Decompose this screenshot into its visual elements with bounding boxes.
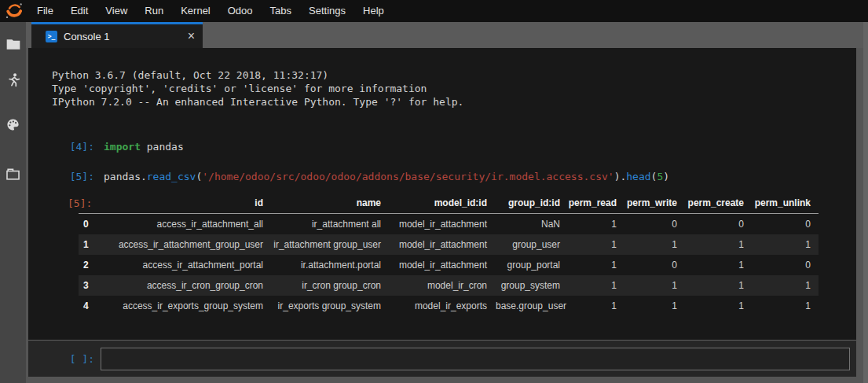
- row-index: 2: [79, 255, 94, 275]
- column-header: id: [94, 194, 271, 214]
- menu-items: FileEditViewRunKernelOdooTabsSettingsHel…: [28, 0, 393, 22]
- table-cell: access_ir_attachment_group_user: [94, 234, 271, 255]
- table-cell: 0: [752, 214, 819, 234]
- folder-icon: [5, 37, 21, 51]
- code-token: pandas: [104, 171, 141, 182]
- running-person-icon: [6, 72, 20, 90]
- table-cell: 0: [752, 255, 819, 275]
- table-cell: 1: [624, 296, 685, 316]
- table-cell: model_ir_attachment: [389, 234, 495, 255]
- table-cell: 0: [624, 255, 685, 275]
- banner-line: IPython 7.2.0 -- An enhanced Interactive…: [52, 95, 856, 109]
- code-token: read_csv: [147, 171, 196, 182]
- table-cell: group_system: [495, 275, 568, 296]
- code-token: ): [663, 171, 669, 182]
- table-cell: access_ir_attachment_portal: [94, 255, 271, 275]
- output-prompt: [5]:: [68, 197, 92, 209]
- palette-icon: [5, 117, 20, 132]
- code-line: import pandas: [104, 140, 184, 153]
- console-log: Python 3.6.7 (default, Oct 22 2018, 11:3…: [28, 48, 856, 340]
- table-cell: 1: [685, 255, 752, 275]
- row-index: 3: [79, 275, 94, 296]
- table-cell: 1: [568, 296, 624, 316]
- table-cell: 1: [752, 296, 819, 316]
- banner-line: Type 'copyright', 'credits' or 'license'…: [52, 82, 856, 95]
- table-cell: 1: [568, 214, 624, 234]
- tab-label: Console 1: [64, 31, 181, 42]
- menu-item-kernel[interactable]: Kernel: [172, 0, 219, 22]
- console-input[interactable]: [101, 348, 850, 370]
- table-cell: ir_attachment all: [271, 214, 389, 234]
- jupyter-logo-icon: [0, 0, 28, 22]
- menu-item-settings[interactable]: Settings: [300, 0, 354, 22]
- column-header: model_id:id: [389, 194, 495, 214]
- table-cell: 1: [752, 275, 819, 296]
- table-cell: access_ir_attachment_all: [94, 214, 271, 234]
- banner-line: Python 3.6.7 (default, Oct 22 2018, 11:3…: [52, 68, 856, 82]
- table-cell: ir_cron group_cron: [271, 275, 389, 296]
- menu-item-run[interactable]: Run: [136, 0, 172, 22]
- code-token: '/home/odoo/src/odoo/odoo/addons/base/se…: [202, 171, 613, 182]
- code-token: pandas: [141, 141, 184, 153]
- input-prompt: [5]:: [52, 170, 94, 183]
- table-cell: ir_exports group_system: [271, 296, 389, 316]
- left-sidebar: [0, 22, 26, 383]
- tabs-icon: [5, 168, 20, 181]
- table-cell: 1: [568, 255, 624, 275]
- column-header: name: [271, 194, 389, 214]
- column-header: perm_read: [568, 194, 624, 214]
- table-cell: NaN: [495, 214, 568, 234]
- code-line: pandas.read_csv('/home/odoo/src/odoo/odo…: [104, 170, 669, 183]
- console-input-area: [ ]:: [28, 340, 856, 377]
- sidebar-tab-tabs[interactable]: [0, 164, 26, 183]
- table-cell: 1: [685, 296, 752, 316]
- close-icon[interactable]: ×: [188, 30, 195, 42]
- menu-item-view[interactable]: View: [97, 0, 136, 22]
- table-row: 3access_ir_cron_group_cronir_cron group_…: [79, 275, 819, 296]
- window-right-edge: [863, 22, 868, 383]
- dataframe-table: idnamemodel_id:idgroup_id:idperm_readper…: [79, 194, 819, 316]
- menu-item-tabs[interactable]: Tabs: [262, 0, 300, 22]
- code-cell: [4]: import pandas: [52, 140, 856, 153]
- sidebar-tab-files[interactable]: [0, 35, 26, 53]
- console-panel: Python 3.6.7 (default, Oct 22 2018, 11:3…: [28, 48, 856, 377]
- menu-item-help[interactable]: Help: [354, 0, 393, 22]
- sidebar-tab-commands[interactable]: [0, 115, 26, 134]
- table-row: 4access_ir_exports_group_systemir_export…: [79, 296, 819, 316]
- column-header: group_id:id: [495, 194, 568, 214]
- table-cell: ir.attachment.portal: [271, 255, 389, 275]
- table-row: 2access_ir_attachment_portalir.attachmen…: [79, 255, 819, 275]
- output-area: [5]: idnamemodel_id:idgroup_id:idperm_re…: [79, 194, 856, 316]
- console-icon: >_: [46, 31, 57, 42]
- table-row: 0access_ir_attachment_allir_attachment a…: [79, 214, 819, 234]
- tab-console-1[interactable]: >_ Console 1 ×: [31, 22, 203, 48]
- table-cell: 1: [624, 275, 685, 296]
- table-cell: 1: [752, 234, 819, 255]
- tab-bar: >_ Console 1 ×: [26, 22, 868, 48]
- table-cell: access_ir_exports_group_system: [94, 296, 271, 316]
- table-row: 1access_ir_attachment_group_userir_attac…: [79, 234, 819, 255]
- table-cell: model_ir_attachment: [389, 255, 495, 275]
- table-cell: 1: [624, 234, 685, 255]
- menu-item-edit[interactable]: Edit: [62, 0, 97, 22]
- code-token: .: [141, 171, 147, 182]
- table-cell: 0: [624, 214, 685, 234]
- sidebar-tab-running[interactable]: [0, 72, 26, 90]
- table-cell: access_ir_cron_group_cron: [94, 275, 271, 296]
- row-index: 4: [79, 296, 94, 316]
- column-header: perm_write: [624, 194, 685, 214]
- menu-item-file[interactable]: File: [28, 0, 62, 22]
- table-cell: 1: [568, 275, 624, 296]
- menu-item-odoo[interactable]: Odoo: [219, 0, 262, 22]
- menu-bar: FileEditViewRunKernelOdooTabsSettingsHel…: [0, 0, 868, 22]
- table-cell: group_portal: [495, 255, 568, 275]
- row-index: 0: [79, 214, 94, 234]
- table-cell: group_user: [495, 234, 568, 255]
- table-cell: model_ir_attachment: [389, 214, 495, 234]
- table-cell: model_ir_exports: [389, 296, 495, 316]
- code-cell: [5]: pandas.read_csv('/home/odoo/src/odo…: [52, 170, 856, 183]
- table-cell: model_ir_cron: [389, 275, 495, 296]
- code-token: head: [626, 171, 650, 182]
- code-token: import: [104, 141, 141, 153]
- table-cell: ir_attachment group_user: [271, 234, 389, 255]
